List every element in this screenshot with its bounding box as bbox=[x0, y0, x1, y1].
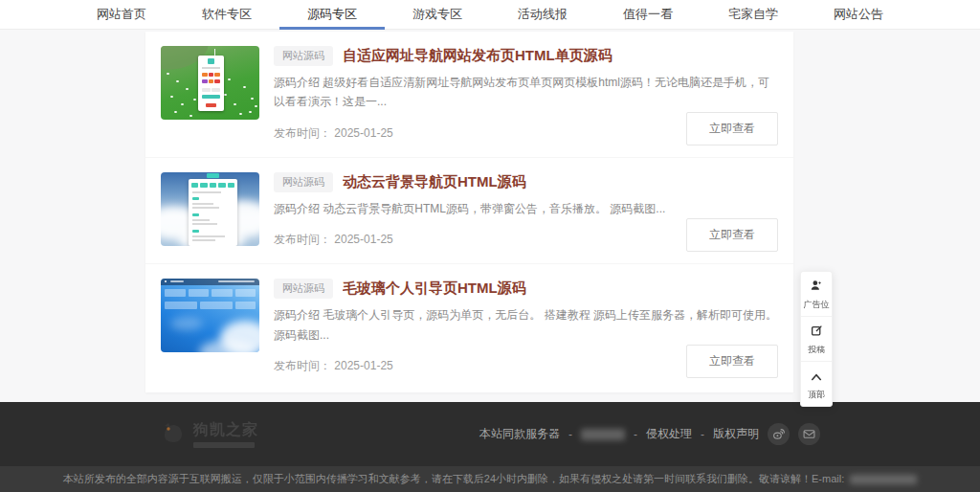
disclaimer-text: 本站所发布的全部内容源于互联网搬运，仅限于小范围内传播学习和文献参考，请在下载后… bbox=[63, 472, 844, 486]
category-badge: 网站源码 bbox=[274, 46, 333, 66]
tab-games[interactable]: 游戏专区 bbox=[385, 0, 490, 30]
thumb-glass-topbar bbox=[161, 279, 259, 285]
view-now-button[interactable]: 立即查看 bbox=[686, 112, 778, 145]
article-title-link[interactable]: 自适应网址导航网站发布页HTML单页源码 bbox=[343, 47, 612, 65]
page: 网站首页 软件专区 源码专区 游戏专区 活动线报 值得一看 宅家自学 网站公告 bbox=[0, 0, 980, 492]
footer-links: 本站同款服务器 - - 侵权处理 - 版权声明 bbox=[479, 423, 820, 445]
footer-disclaimer-bar: 本站所发布的全部内容源于互联网搬运，仅限于小范围内传播学习和文献参考，请在下载后… bbox=[0, 466, 980, 492]
footer-link-copyright[interactable]: 版权声明 bbox=[713, 426, 759, 442]
top-nav: 网站首页 软件专区 源码专区 游戏专区 活动线报 值得一看 宅家自学 网站公告 bbox=[0, 0, 980, 30]
thumb-sheep-dots bbox=[167, 73, 169, 75]
category-badge: 网站源码 bbox=[274, 172, 333, 192]
article-title-link[interactable]: 毛玻璃个人引导页HTML源码 bbox=[343, 280, 526, 298]
footer: 狗凯之家 本站同款服务器 - - 侵权处理 - 版权声明 bbox=[0, 402, 980, 466]
article-thumbnail-clouds[interactable] bbox=[161, 172, 259, 246]
footer-link-server[interactable]: 本站同款服务器 bbox=[479, 426, 560, 442]
article-row-2: 网站源码 动态云背景导航页HTML源码 源码介绍 动态云背景导航页HTML源码，… bbox=[145, 157, 793, 263]
article-row-3: 网站源码 毛玻璃个人引导页HTML源码 源码介绍 毛玻璃个人引导页，源码为单页，… bbox=[145, 263, 793, 390]
article-body: 网站源码 自适应网址导航网站发布页HTML单页源码 源码介绍 超级好看自适应清新… bbox=[274, 46, 778, 145]
footer-logo-subtitle-redacted bbox=[193, 442, 255, 448]
article-description: 源码介绍 毛玻璃个人引导页，源码为单页，无后台。 搭建教程 源码上传至服务器，解… bbox=[274, 305, 778, 345]
ad-slot-button[interactable]: 广告位 bbox=[801, 272, 832, 317]
tab-worth-seeing[interactable]: 值得一看 bbox=[595, 0, 701, 30]
publish-date: 发布时间： 2025-01-25 bbox=[274, 232, 393, 252]
edit-icon bbox=[811, 324, 823, 341]
back-to-top-button[interactable]: 顶部 bbox=[801, 362, 832, 406]
thumb-phone-mockup bbox=[198, 56, 224, 111]
redacted-server-name bbox=[581, 429, 625, 440]
tab-home[interactable]: 网站首页 bbox=[69, 0, 174, 30]
tab-home-study[interactable]: 宅家自学 bbox=[701, 0, 806, 30]
footer-logo-title: 狗凯之家 bbox=[193, 420, 258, 440]
dog-mascot-icon bbox=[160, 420, 187, 449]
view-now-button[interactable]: 立即查看 bbox=[686, 345, 778, 378]
weibo-icon[interactable] bbox=[768, 423, 790, 445]
article-description: 源码介绍 超级好看自适应清新网址导航网站发布页单页网页模板html源码！无论电脑… bbox=[274, 73, 778, 112]
tab-activity[interactable]: 活动线报 bbox=[490, 0, 595, 30]
category-badge: 网站源码 bbox=[274, 279, 333, 299]
publish-date: 发布时间： 2025-01-25 bbox=[274, 358, 393, 378]
floating-toolbar: 广告位 投稿 顶部 bbox=[800, 271, 833, 407]
article-body: 网站源码 毛玻璃个人引导页HTML源码 源码介绍 毛玻璃个人引导页，源码为单页，… bbox=[274, 279, 778, 378]
article-thumbnail-meadow[interactable] bbox=[161, 46, 259, 120]
thumb-page-mockup bbox=[189, 179, 237, 246]
article-title-link[interactable]: 动态云背景导航页HTML源码 bbox=[343, 173, 526, 191]
view-now-button[interactable]: 立即查看 bbox=[686, 218, 778, 252]
redacted-email bbox=[850, 475, 917, 484]
tab-software[interactable]: 软件专区 bbox=[174, 0, 279, 30]
user-icon bbox=[810, 279, 823, 296]
tab-source-code[interactable]: 源码专区 bbox=[279, 0, 385, 30]
submit-post-button[interactable]: 投稿 bbox=[801, 317, 832, 362]
chevron-up-icon bbox=[810, 369, 823, 386]
footer-link-infringement[interactable]: 侵权处理 bbox=[646, 426, 692, 442]
footer-logo[interactable]: 狗凯之家 bbox=[160, 420, 258, 449]
article-thumbnail-blue-sky[interactable] bbox=[161, 279, 259, 352]
tab-announcements[interactable]: 网站公告 bbox=[806, 0, 911, 30]
article-description: 源码介绍 动态云背景导航页HTML源码，带弹窗公告，音乐播放。 源码截图... bbox=[274, 199, 778, 218]
article-list: 网站源码 自适应网址导航网站发布页HTML单页源码 源码介绍 超级好看自适应清新… bbox=[145, 32, 793, 392]
mail-icon[interactable] bbox=[798, 423, 820, 445]
publish-date: 发布时间： 2025-01-25 bbox=[274, 125, 393, 145]
article-body: 网站源码 动态云背景导航页HTML源码 源码介绍 动态云背景导航页HTML源码，… bbox=[274, 172, 778, 252]
article-row-1: 网站源码 自适应网址导航网站发布页HTML单页源码 源码介绍 超级好看自适应清新… bbox=[145, 32, 793, 157]
